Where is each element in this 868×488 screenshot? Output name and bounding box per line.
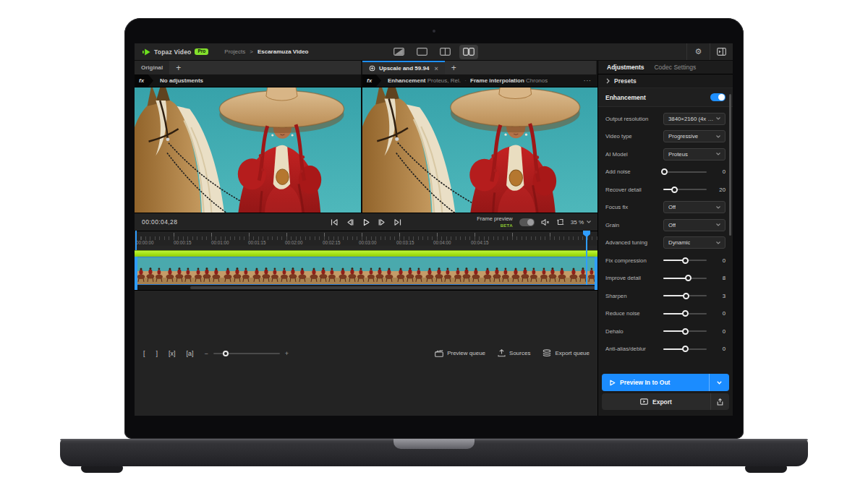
clip-right-handle[interactable] <box>595 257 597 290</box>
video-type-select[interactable]: Progressive <box>663 130 726 142</box>
zoom-out-button[interactable]: − <box>205 350 208 357</box>
breadcrumb-root[interactable]: Projects <box>224 48 245 55</box>
preview-in-to-out-button[interactable]: Preview In to Out <box>602 374 729 391</box>
dehalo-slider[interactable]: 0 <box>663 328 726 335</box>
view-single-compare-button[interactable] <box>390 45 409 59</box>
video-panel-original[interactable] <box>135 87 362 213</box>
share-button[interactable] <box>710 393 729 410</box>
grain-select[interactable]: Off <box>663 219 726 231</box>
settings-button[interactable]: ⚙ <box>687 43 710 60</box>
tab-original[interactable]: Original <box>135 61 169 74</box>
sidebar-scrollbar[interactable] <box>729 94 731 236</box>
row-anti-alias: Anti-alias/deblur 0 <box>598 341 733 359</box>
view-split-button[interactable] <box>436 45 455 59</box>
filmstrip-frame[interactable] <box>395 257 424 284</box>
filmstrip-frame[interactable] <box>424 257 453 284</box>
adjustment-rows: Output resolution 3840×2160 (4x … Video … <box>598 107 733 358</box>
add-noise-slider[interactable]: 0 <box>663 168 726 175</box>
focus-fix-select[interactable]: Off <box>663 201 726 213</box>
filmstrip-frame[interactable] <box>568 257 597 284</box>
timeline-scrollbar-thumb[interactable] <box>190 286 597 289</box>
filmstrip-frame[interactable] <box>510 257 539 284</box>
timeline-scrollbar[interactable] <box>135 285 597 290</box>
sources-button[interactable]: Sources <box>498 349 530 357</box>
filmstrip-frame[interactable] <box>337 257 366 284</box>
anti-alias-slider[interactable]: 0 <box>663 346 726 352</box>
filmstrip-frame[interactable] <box>366 257 395 284</box>
view-single-button[interactable] <box>413 45 432 59</box>
skip-to-end-button[interactable] <box>394 218 402 226</box>
breadcrumb-current: Escaramuza Video <box>258 48 309 55</box>
fix-compression-slider[interactable]: 0 <box>663 257 726 264</box>
presets-row[interactable]: Presets <box>598 74 733 88</box>
original-tab-half: Original + <box>135 61 362 74</box>
filmstrip-frame[interactable] <box>135 257 164 284</box>
tab-adjustments[interactable]: Adjustments <box>607 64 644 71</box>
filmstrip-frame[interactable] <box>222 257 251 284</box>
export-button[interactable]: Export <box>602 393 729 410</box>
more-options-icon[interactable]: ··· <box>584 77 592 84</box>
timeline-ruler[interactable]: 00:00:0000:00:1500:01:0000:01:1500:02:00… <box>135 231 597 250</box>
improve-detail-slider[interactable]: 8 <box>663 275 726 281</box>
frame-preview-toggle[interactable] <box>519 218 535 226</box>
skip-to-start-button[interactable] <box>331 218 339 226</box>
in-point-marker[interactable] <box>135 231 137 250</box>
main-area: Original + <box>135 61 733 416</box>
enhancement-toggle[interactable] <box>710 93 726 101</box>
add-view-button[interactable]: + <box>176 64 181 72</box>
tab-codec-settings[interactable]: Codec Settings <box>654 64 696 71</box>
filmstrip-frame[interactable] <box>251 257 280 284</box>
recover-detail-slider[interactable]: 20 <box>663 187 726 193</box>
sharpen-slider[interactable]: 3 <box>663 293 726 299</box>
preview-queue-button[interactable]: Preview queue <box>435 350 485 357</box>
zoom-in-button[interactable]: + <box>285 350 289 357</box>
filmstrip-frame[interactable] <box>308 257 337 284</box>
view-side-by-side-button[interactable] <box>459 45 478 59</box>
filmstrip-frame[interactable] <box>453 257 482 284</box>
timeline-zoom-slider[interactable] <box>213 353 280 354</box>
slider-value: 0 <box>707 328 726 335</box>
toggle-right-panel-button[interactable] <box>710 43 733 60</box>
reduce-noise-slider[interactable]: 0 <box>663 310 726 317</box>
set-out-point-button[interactable]: ] <box>156 350 158 357</box>
select-value: Progressive <box>668 133 698 140</box>
preview-rendered-bar <box>135 250 597 257</box>
filmstrip[interactable] <box>135 257 597 285</box>
filmstrip-frame[interactable] <box>279 257 308 284</box>
filmstrip-frame[interactable] <box>193 257 222 284</box>
filmstrip-frame[interactable] <box>482 257 511 284</box>
clip-left-handle[interactable] <box>135 257 137 290</box>
original-video-frame <box>135 87 361 213</box>
timeline-zoom-knob[interactable] <box>223 351 229 356</box>
filmstrip-frame[interactable] <box>539 257 568 284</box>
play-button[interactable] <box>362 218 370 226</box>
advanced-tuning-select[interactable]: Dynamic <box>663 236 726 249</box>
rotate-icon[interactable] <box>556 218 564 226</box>
output-resolution-select[interactable]: 3840×2160 (4x … <box>663 113 726 125</box>
next-frame-button[interactable] <box>378 218 386 226</box>
enhancement-label: Enhancement <box>605 94 710 101</box>
tab-upscale[interactable]: Upscale and 59.94 × <box>362 61 445 74</box>
timeline-zoom-control: − + <box>205 350 289 357</box>
preview-options-dropdown[interactable] <box>709 374 729 391</box>
select-all-range-button[interactable]: [a] <box>187 350 194 357</box>
previous-frame-button[interactable] <box>346 218 354 226</box>
view-compare-icon <box>393 48 404 56</box>
audio-mute-icon[interactable] <box>541 218 550 226</box>
export-button-label: Export <box>652 398 672 406</box>
add-view-button[interactable]: + <box>451 64 456 72</box>
export-queue-button[interactable]: Export queue <box>542 349 590 357</box>
stack-icon <box>542 349 551 357</box>
lid-lift-notch <box>393 439 475 449</box>
playhead-line[interactable] <box>586 231 587 285</box>
view-single-icon <box>417 48 427 56</box>
info-dot: · <box>464 77 467 84</box>
close-tab-icon[interactable]: × <box>434 65 438 72</box>
clear-in-out-button[interactable]: [x] <box>169 350 176 357</box>
ai-model-select[interactable]: Proteus <box>663 148 726 160</box>
row-label: Output resolution <box>605 116 663 122</box>
zoom-level-select[interactable]: 35 % <box>571 219 591 226</box>
filmstrip-frame[interactable] <box>164 257 193 284</box>
set-in-point-button[interactable]: [ <box>143 350 145 357</box>
video-panel-upscaled[interactable] <box>362 87 597 213</box>
